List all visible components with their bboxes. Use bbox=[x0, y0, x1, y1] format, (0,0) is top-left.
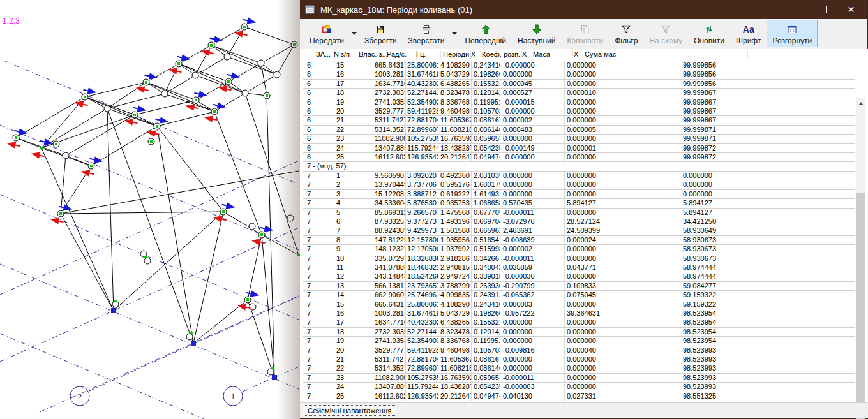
table-cell: 0.155321 bbox=[471, 80, 500, 88]
table-cell: 0.243912 bbox=[471, 291, 500, 299]
table-row[interactable]: 7225314.3527272.89960711.6082180.0861460… bbox=[303, 364, 855, 373]
table-row[interactable]: 7171634.7710140.4323026.4382650.1553210.… bbox=[303, 318, 855, 327]
table-row[interactable]: 62311082.9006105.27535716.7635920.059653… bbox=[303, 135, 855, 143]
table-row[interactable]: 7192741.0358552.3549038.3367680.1199510.… bbox=[303, 337, 855, 346]
results-table[interactable]: ЗА... N з/п Влас. з... Рад/с. Гц. Період… bbox=[300, 49, 868, 402]
table-cell: 7 bbox=[303, 282, 334, 290]
table-cell: 5 bbox=[334, 209, 371, 217]
save-button[interactable]: Зберегти bbox=[359, 20, 403, 47]
table-row[interactable]: 711341.07888118.4683212.9408150.3400420.… bbox=[303, 263, 855, 272]
table-cell: 40.432302 bbox=[405, 318, 438, 327]
table-row[interactable]: 62516112.6022126.93542520.2126470.049474… bbox=[303, 153, 855, 162]
maximize-button[interactable] bbox=[808, 0, 837, 19]
table-row[interactable]: 7315.1220813.8887120.6192221.6149310.000… bbox=[303, 190, 855, 199]
filter-label: Фільтр bbox=[615, 36, 638, 45]
table-cell: 6 bbox=[303, 107, 334, 115]
table-section-row[interactable]: 7 - (мод. 57) bbox=[303, 162, 855, 171]
table-cell: 0.000000 bbox=[564, 180, 620, 189]
table-cell: -0.000000 bbox=[500, 107, 564, 115]
table-header-row[interactable]: ЗА... N з/п Влас. з... Рад/с. Гц. Період… bbox=[303, 49, 855, 61]
table-row[interactable]: 714662.90601725.7469614.0998350.243912-0… bbox=[303, 291, 855, 300]
table-row[interactable]: 712343.14843818.5242662.9497240.339015-0… bbox=[303, 272, 855, 281]
font-button[interactable]: Aa Шрифт bbox=[730, 20, 767, 47]
tab-seismic-loads[interactable]: Сейсмічні навантаження bbox=[303, 405, 396, 416]
minimize-button[interactable] bbox=[779, 0, 808, 19]
titlebar[interactable]: МК_каркас_18м: Періоди коливань (01) ✕ bbox=[300, 0, 867, 19]
results-window: МК_каркас_18м: Періоди коливань (01) ✕ П… bbox=[300, 0, 868, 419]
table-row[interactable]: 715665.64317225.8000614.1082900.2434100.… bbox=[303, 300, 855, 309]
model-view[interactable]: 2 1 1,2,3 bbox=[0, 0, 300, 419]
table-cell: 18 bbox=[334, 89, 371, 97]
vertical-scrollbar[interactable] bbox=[856, 98, 865, 419]
table-row[interactable]: 78147.81225312.1578061.9359560.516541-0.… bbox=[303, 236, 855, 245]
table-cell: 24.509399 bbox=[564, 226, 620, 235]
table-row[interactable]: 72311082.9006105.27535716.7635920.059653… bbox=[303, 374, 855, 383]
table-cell: 0.000000 bbox=[564, 254, 620, 263]
table-row[interactable]: 6171634.7710140.4323026.4382650.1553210.… bbox=[303, 80, 855, 89]
table-row[interactable]: 7585.8693119.2665701.4755680.677705-0.00… bbox=[303, 209, 855, 217]
transfer-label: Передати bbox=[310, 36, 344, 45]
table-row[interactable]: 72413407.8895115.79244218.4382870.054235… bbox=[303, 383, 855, 392]
table-cell: -0.009816 bbox=[500, 346, 564, 355]
table-row[interactable]: 7213.9704493.7377060.5951761.6801750.000… bbox=[303, 180, 855, 189]
table-row[interactable]: 6161003.2814331.6746185.0437290.1982660.… bbox=[303, 70, 855, 79]
table-row[interactable]: 6182732.3035452.2714418.3234780.1201420.… bbox=[303, 89, 855, 98]
chevron-down-icon bbox=[452, 32, 457, 35]
table-row[interactable]: 7215311.7427772.88170411.6053670.0861670… bbox=[303, 355, 855, 364]
table-row[interactable]: 615665.64317225.8000614.1082900.243410-0… bbox=[303, 61, 855, 70]
table-cell: 665.643172 bbox=[371, 61, 405, 70]
table-row[interactable]: 7161003.2814331.6746185.0437290.198266-0… bbox=[303, 309, 855, 318]
expand-button[interactable]: Розгорнути bbox=[767, 20, 818, 47]
table-row[interactable]: 719.5605903.0920200.4923602.0310350.0000… bbox=[303, 172, 855, 180]
font-icon: Aa bbox=[743, 23, 754, 36]
table-cell: 18.438287 bbox=[438, 383, 471, 391]
scroll-up-button[interactable] bbox=[856, 98, 865, 109]
table-row[interactable]: 713566.13812923.7936573.7887990.263936-0… bbox=[303, 282, 855, 291]
chevron-down-icon bbox=[352, 32, 357, 35]
table-row[interactable]: 79148.12327312.1705901.9379920.5159980.0… bbox=[303, 245, 855, 254]
table-cell: 99.999871 bbox=[620, 135, 855, 143]
print-button[interactable]: Зверстати bbox=[403, 20, 451, 47]
table-cell: 13407.8895 bbox=[371, 144, 405, 152]
transfer-dropdown[interactable] bbox=[350, 19, 359, 48]
col-header-vlas: Влас. з... bbox=[359, 50, 388, 58]
table-cell: 3 bbox=[334, 190, 371, 198]
close-button[interactable]: ✕ bbox=[837, 0, 865, 19]
wireframe-model[interactable]: 2 1 bbox=[0, 0, 300, 419]
filter-button[interactable]: Фільтр bbox=[609, 20, 643, 47]
table-cell: 98.523954 bbox=[620, 337, 855, 345]
scrollbar-thumb[interactable] bbox=[856, 193, 865, 419]
table-row[interactable]: 6215311.7427772.88170411.6053670.0861670… bbox=[303, 116, 855, 125]
table-cell: 4 bbox=[334, 199, 371, 207]
table-row[interactable]: 7687.9332519.3772731.4931960.669704-3.07… bbox=[303, 217, 855, 226]
table-row[interactable]: 7788.9243899.4299731.5015880.6659622.463… bbox=[303, 226, 855, 235]
table-cell: 0.000000 bbox=[564, 98, 620, 107]
table-cell: 88.924389 bbox=[371, 226, 405, 235]
transfer-button[interactable]: Передати bbox=[304, 20, 350, 47]
table-cell: 0.492360 bbox=[438, 172, 471, 180]
previous-button[interactable]: Попередній bbox=[459, 20, 512, 47]
table-cell: 17 bbox=[334, 80, 371, 88]
table-cell: 31.674618 bbox=[405, 70, 438, 78]
table-row[interactable]: 6225314.3527272.89960711.6082180.0861460… bbox=[303, 126, 855, 135]
table-row[interactable]: 7203529.7771959.4119289.4604980.105703-0… bbox=[303, 346, 855, 355]
table-row[interactable]: 72516112.6022126.93542520.2126470.049474… bbox=[303, 392, 855, 401]
refresh-button[interactable]: Оновити bbox=[688, 20, 730, 47]
table-row[interactable]: 710335.87293118.3268362.9182860.342667-0… bbox=[303, 254, 855, 263]
table-row[interactable]: 7434.5336045.8765300.9357531.0686580.570… bbox=[303, 199, 855, 208]
table-cell: 5311.74277 bbox=[371, 355, 405, 364]
table-row[interactable]: 6192741.0358552.3549038.3367680.119951-0… bbox=[303, 98, 855, 107]
table-cell: 0.198266 bbox=[471, 309, 500, 318]
table-row[interactable]: 62413407.8895115.79244218.4382870.054235… bbox=[303, 144, 855, 153]
table-cell: 0.000000 bbox=[500, 135, 564, 143]
next-button[interactable]: Наступний bbox=[512, 20, 562, 47]
table-cell: 9.377273 bbox=[405, 217, 438, 226]
table-cell: 15.122081 bbox=[371, 190, 405, 198]
table-cell: 0.000000 bbox=[500, 190, 564, 198]
table-body[interactable]: 615665.64317225.8000614.1082900.243410-0… bbox=[303, 61, 855, 401]
table-cell: 1.680175 bbox=[471, 180, 500, 189]
print-dropdown[interactable] bbox=[450, 19, 459, 48]
table-row[interactable]: 6203529.7771959.4119289.4604980.105703-0… bbox=[303, 107, 855, 116]
mass-nodes bbox=[15, 26, 300, 369]
table-row[interactable]: 7182732.3035452.2714418.3234780.1201420.… bbox=[303, 328, 855, 337]
